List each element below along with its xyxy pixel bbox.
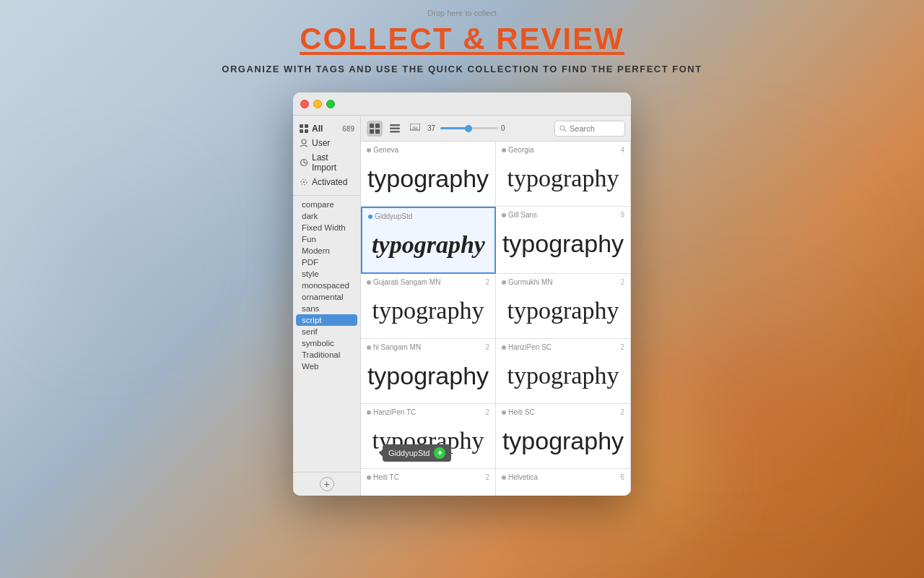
sidebar-tag-script[interactable]: script [296, 314, 357, 326]
font-dot [502, 213, 506, 217]
user-label: User [312, 138, 330, 148]
grid-view-button[interactable] [367, 121, 383, 137]
svg-point-19 [560, 126, 565, 130]
font-dot [367, 148, 371, 152]
maximize-button[interactable] [326, 100, 335, 108]
grid-icon [299, 124, 309, 134]
preview-view-button[interactable]: Aa [407, 121, 423, 137]
sidebar-tag-style[interactable]: style [293, 268, 360, 280]
font-name-label: HanziPen SC [508, 343, 552, 351]
font-dot [367, 410, 371, 415]
svg-rect-16 [390, 131, 400, 133]
sidebar-item-activated[interactable]: Activated [293, 175, 360, 189]
font-count: 2 [620, 278, 624, 286]
font-cell-2[interactable]: GiddyupStdtypography [361, 207, 496, 274]
star-icon [299, 177, 309, 187]
size-slider[interactable] [440, 127, 498, 129]
minimize-button[interactable] [313, 100, 322, 108]
tooltip-add-button[interactable]: + [434, 447, 445, 459]
sidebar-top-section: All 689 User [293, 116, 360, 196]
font-name-label: GiddyupStd [375, 212, 412, 220]
font-name-label: HanziPen TC [373, 408, 416, 416]
tags-list: comparedarkFixed WidthFunModernPDFstylem… [293, 196, 360, 472]
close-button[interactable] [300, 100, 309, 108]
sidebar-tag-monospaced[interactable]: monospaced [293, 280, 360, 291]
font-cell-6[interactable]: hi Sangam MN2typography [361, 339, 496, 404]
page-subheadline: ORGANIZE WITH TAGS AND USE THE QUICK COL… [222, 64, 702, 74]
font-cell-5[interactable]: Gurmukhi MN2typography [496, 274, 631, 339]
window-body: All 689 User [293, 116, 631, 496]
sidebar-item-all[interactable]: All 689 [293, 121, 360, 136]
sidebar-tag-web[interactable]: Web [293, 361, 360, 372]
font-cell-4[interactable]: Gujarati Sangam MN2typography [361, 274, 496, 339]
add-tag-button[interactable]: + [320, 477, 334, 491]
tooltip-font-name: GiddyupStd [388, 449, 430, 457]
sidebar-item-last-import[interactable]: Last Import [293, 150, 360, 175]
all-label: All [312, 124, 323, 134]
font-count: 2 [620, 343, 624, 351]
size-control: 37 0 [427, 124, 511, 132]
font-preview-text: typography [502, 230, 624, 258]
font-cell-9[interactable]: Heiti SC2typography [496, 404, 631, 469]
search-input[interactable] [570, 124, 620, 133]
svg-rect-3 [305, 129, 308, 133]
font-cell-11[interactable]: Helvetica6typography [496, 469, 631, 496]
sidebar: All 689 User [293, 116, 361, 496]
sidebar-tag-modern[interactable]: Modern [293, 245, 360, 256]
app-window: Drop here to collect [293, 92, 631, 496]
sidebar-tag-compare[interactable]: compare [293, 199, 360, 210]
svg-rect-11 [375, 124, 380, 128]
font-name-label: Gujarati Sangam MN [373, 278, 440, 286]
clock-icon [299, 158, 309, 168]
font-cell-0[interactable]: Genevatypography [361, 142, 496, 207]
sidebar-tag-serif[interactable]: serif [293, 326, 360, 337]
font-dot [367, 345, 371, 350]
sidebar-tag-sans[interactable]: sans [293, 303, 360, 314]
toolbar: Aa 37 0 [361, 116, 631, 142]
font-name-label: Heiti TC [373, 473, 399, 481]
font-name-label: Georgia [508, 146, 534, 154]
font-name-label: Helvetica [508, 473, 538, 481]
page-headline: COLLECT & REVIEW [300, 22, 624, 56]
font-name-label: Gurmukhi MN [508, 278, 553, 286]
font-preview-text: typography [367, 492, 489, 496]
font-preview-text: typography [507, 165, 619, 192]
svg-rect-2 [300, 129, 303, 133]
font-cell-1[interactable]: Georgia4typography [496, 142, 631, 207]
sidebar-tag-fun[interactable]: Fun [293, 233, 360, 245]
svg-rect-15 [390, 127, 400, 129]
font-size-value: 37 [427, 124, 437, 132]
font-preview-text: typography [367, 165, 489, 193]
font-preview-text: typography [502, 427, 624, 455]
font-dot [502, 410, 506, 415]
font-preview-text: typography [502, 492, 624, 496]
sidebar-tag-ornamental[interactable]: ornamental [293, 291, 360, 303]
font-cell-3[interactable]: Gill Sans9typography [496, 207, 631, 274]
font-count: 2 [620, 408, 624, 416]
svg-rect-12 [370, 129, 374, 134]
sidebar-item-user[interactable]: User [293, 136, 360, 150]
search-icon [559, 125, 567, 132]
font-preview-text: typography [367, 362, 489, 390]
font-dot [502, 280, 506, 285]
sidebar-tag-dark[interactable]: dark [293, 210, 360, 222]
sidebar-tag-traditional[interactable]: Traditional [293, 349, 360, 361]
traffic-lights [300, 100, 335, 108]
font-dot [502, 345, 506, 350]
sidebar-tag-symbolic[interactable]: symbolic [293, 337, 360, 349]
svg-point-4 [302, 139, 306, 144]
font-preview-text: typography [507, 362, 619, 389]
titlebar: Drop here to collect [293, 92, 631, 116]
font-count: 6 [620, 473, 624, 481]
sidebar-tag-fixed-width[interactable]: Fixed Width [293, 222, 360, 233]
sidebar-tag-pdf[interactable]: PDF [293, 256, 360, 268]
font-count: 2 [485, 408, 489, 416]
list-view-button[interactable] [387, 121, 403, 137]
svg-rect-13 [375, 129, 380, 134]
font-count: 2 [485, 278, 489, 286]
search-box[interactable] [554, 121, 625, 137]
page-content: COLLECT & REVIEW ORGANIZE WITH TAGS AND … [0, 0, 924, 578]
font-cell-7[interactable]: HanziPen SC2typography [496, 339, 631, 404]
sidebar-bottom: + [293, 472, 360, 496]
font-cell-10[interactable]: Heiti TC2typography [361, 469, 496, 496]
